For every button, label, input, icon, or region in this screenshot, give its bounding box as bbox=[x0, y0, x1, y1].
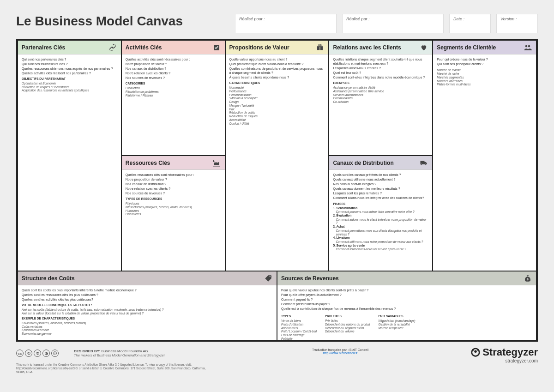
meta-for[interactable]: Réalisé pour : bbox=[235, 14, 337, 33]
block-customer-relationships: Relations avec les Clients Quelles relat… bbox=[329, 40, 433, 156]
cr-title: Relations avec les Clients bbox=[333, 44, 401, 51]
link-icon bbox=[108, 43, 117, 52]
ka-title: Activités Clés bbox=[126, 44, 162, 51]
svg-point-4 bbox=[319, 44, 320, 46]
brand-logo-icon bbox=[470, 347, 481, 357]
svg-point-10 bbox=[474, 350, 477, 353]
vp-title: Propositions de Valeur bbox=[229, 44, 289, 51]
block-key-activities: Activités Clés Quelles activités clés so… bbox=[121, 40, 225, 156]
block-key-resources: Ressources Clés Quelles ressources clés … bbox=[121, 156, 225, 271]
svg-point-6 bbox=[525, 45, 528, 47]
designed-by: DESIGNED BY: Business Model Foundry AG T… bbox=[74, 349, 165, 357]
translation-credit: Traduction française par : BizIT Conseil… bbox=[210, 346, 470, 355]
kr-title: Ressources Clés bbox=[126, 160, 170, 166]
heart-icon bbox=[419, 43, 428, 52]
people-icon bbox=[523, 43, 532, 52]
svg-point-5 bbox=[320, 44, 322, 46]
gift-icon bbox=[315, 43, 325, 52]
factory-icon bbox=[212, 158, 221, 168]
svg-rect-2 bbox=[320, 47, 323, 50]
block-cost-structure: Structure des Coûts Quels sont les coûts… bbox=[18, 271, 277, 340]
rev-title: Sources de Revenues bbox=[281, 275, 339, 282]
truck-icon bbox=[419, 158, 428, 168]
tag-icon bbox=[264, 274, 273, 283]
cc-icons: cc①⑤◑ⓘ bbox=[16, 350, 59, 357]
cs-title: Segments de Clientèle bbox=[437, 44, 496, 51]
block-revenue-streams: Sources de Revenues $ Pour quelle valeur… bbox=[277, 271, 536, 340]
meta-date[interactable]: Date : bbox=[449, 14, 491, 33]
svg-rect-3 bbox=[317, 46, 323, 47]
legal-text: This work is licensed under the Creative… bbox=[16, 363, 210, 374]
money-bag-icon: $ bbox=[523, 274, 532, 283]
checkbox-icon bbox=[212, 43, 221, 52]
brand: Strategyzer strategyzer.com bbox=[470, 346, 538, 363]
kp-title: Partenaires Clés bbox=[22, 44, 65, 51]
ch-title: Canaux de Distribution bbox=[333, 160, 393, 166]
translation-link[interactable]: http://www.bizitconseil.fr bbox=[323, 351, 358, 355]
svg-point-7 bbox=[528, 45, 530, 47]
block-key-partners: Partenaires Clés Qui sont nos partenaire… bbox=[18, 40, 121, 271]
block-value-propositions: Propositions de Valeur Quelle valeur app… bbox=[225, 40, 329, 271]
block-customer-segments: Segments de Clientèle Pour qui créons-no… bbox=[433, 40, 536, 271]
canvas: Partenaires Clés Qui sont nos partenaire… bbox=[16, 39, 538, 342]
cost-title: Structure des Coûts bbox=[22, 275, 75, 282]
block-channels: Canaux de Distribution Quels sont les ca… bbox=[329, 156, 433, 271]
svg-rect-1 bbox=[317, 47, 319, 50]
meta-by[interactable]: Réalisé par : bbox=[342, 14, 444, 33]
page-title: Le Business Model Canvas bbox=[16, 14, 229, 29]
meta-version[interactable]: Version : bbox=[496, 14, 538, 33]
